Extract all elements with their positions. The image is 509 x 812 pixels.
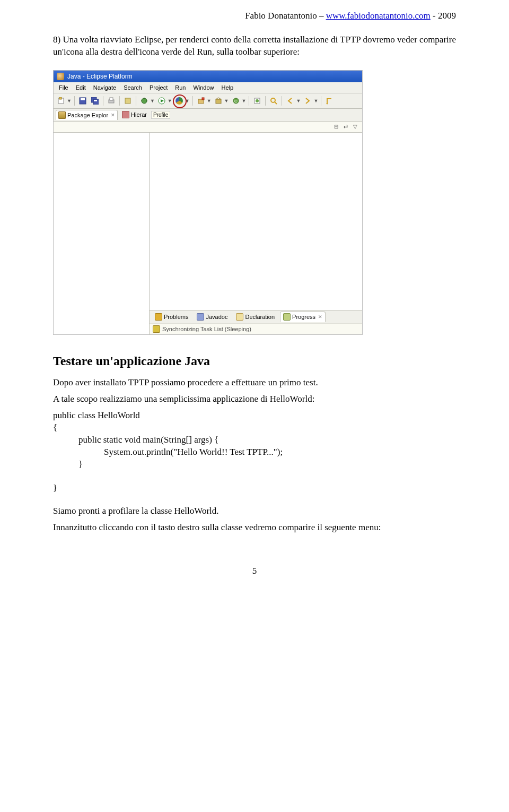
status-text: Synchronizing Task List (Sleeping) [162, 326, 251, 332]
toolbar-separator [321, 96, 321, 106]
profile-button-icon[interactable] [174, 96, 185, 106]
new-class-icon[interactable]: C [231, 96, 241, 106]
code-line: System.out.println("Hello World!! Test T… [53, 447, 283, 457]
menu-navigate[interactable]: Navigate [90, 83, 119, 92]
annotation-next-icon[interactable] [302, 96, 313, 106]
svg-rect-9 [125, 98, 130, 103]
svg-rect-3 [81, 98, 85, 100]
svg-line-24 [275, 102, 277, 104]
code-line: } [53, 483, 57, 493]
caret-down-icon[interactable]: ▼ [313, 98, 318, 103]
svg-point-10 [142, 98, 147, 103]
task-icon [153, 325, 160, 333]
search-icon[interactable] [268, 96, 279, 106]
code-line: { [53, 422, 57, 433]
svg-point-22 [256, 99, 259, 102]
javadoc-tab[interactable]: Javadoc [194, 312, 231, 322]
menu-help[interactable]: Help [218, 83, 237, 92]
profile-tooltip: Profile [151, 111, 170, 119]
code-line: public static void main(String[] args) { [53, 435, 218, 445]
problems-tab[interactable]: Problems [152, 312, 191, 322]
new-package-icon[interactable] [213, 96, 224, 106]
caret-down-icon[interactable]: ▼ [296, 98, 301, 103]
menubar[interactable]: File Edit Navigate Search Project Run Wi… [54, 82, 362, 93]
code-line: } [53, 459, 83, 469]
hierarchy-tab[interactable]: Hierar [120, 110, 149, 119]
caret-down-icon[interactable]: ▼ [150, 98, 155, 103]
tab-label: Declaration [245, 314, 275, 320]
last-edit-icon[interactable] [324, 96, 335, 106]
eclipse-screenshot: Java - Eclipse Platform File Edit Naviga… [53, 70, 363, 335]
save-all-icon[interactable] [90, 96, 100, 106]
svg-rect-8 [110, 98, 113, 100]
menu-run[interactable]: Run [172, 83, 189, 92]
eclipse-app-icon [57, 73, 64, 80]
menu-project[interactable]: Project [146, 83, 171, 92]
link-editor-icon[interactable]: ⇄ [342, 123, 349, 131]
code-block: public class HelloWorld { public static … [53, 410, 456, 495]
problems-icon [155, 313, 162, 321]
view-toolbar: ⊟ ⇄ ▽ [54, 122, 362, 133]
toolbar-separator [265, 96, 266, 106]
view-menu-icon[interactable]: ▽ [352, 123, 359, 131]
save-icon[interactable] [77, 96, 88, 106]
caret-down-icon[interactable]: ▼ [168, 98, 172, 103]
header-year: - 2009 [431, 11, 456, 21]
annotation-prev-icon[interactable] [285, 96, 295, 106]
package-explorer-tab[interactable]: Package Explor ✕ [56, 110, 118, 120]
progress-tab[interactable]: Progress ✕ [280, 312, 326, 322]
menu-edit[interactable]: Edit [73, 83, 89, 92]
collapse-all-icon[interactable]: ⊟ [332, 123, 340, 131]
paragraph-rightclick: Innanzitutto cliccando con il tasto dest… [53, 522, 456, 534]
run-button-icon[interactable] [156, 96, 167, 106]
close-icon[interactable]: ✕ [111, 113, 115, 118]
code-line: public class HelloWorld [53, 410, 140, 420]
caret-down-icon[interactable]: ▼ [242, 98, 247, 103]
declaration-tab[interactable]: Declaration [233, 312, 278, 322]
view-tabs-row: Package Explor ✕ Hierar Profile [54, 109, 362, 122]
caret-down-icon[interactable]: ▼ [67, 98, 72, 103]
section-heading: Testare un'applicazione Java [53, 354, 456, 368]
tooltip-text: Profile [153, 112, 168, 118]
menu-search[interactable]: Search [120, 83, 145, 92]
package-explorer-icon [58, 111, 66, 119]
page-header: Fabio Donatantonio – www.fabiodonatanton… [53, 11, 456, 21]
window-titlebar: Java - Eclipse Platform [54, 71, 362, 82]
tab-label: Package Explor [67, 112, 108, 118]
new-java-project-icon[interactable] [196, 96, 206, 106]
editor-pane: Problems Javadoc Declaration Progress ✕ [150, 133, 362, 334]
tab-label: Problems [164, 314, 188, 320]
declaration-icon [236, 313, 243, 321]
caret-down-icon[interactable]: ▼ [207, 98, 212, 103]
header-link[interactable]: www.fabiodonatantonio.com [326, 11, 431, 21]
page-number: 5 [53, 566, 456, 576]
svg-marker-25 [326, 103, 328, 105]
svg-text:C: C [234, 99, 238, 103]
print-icon[interactable] [106, 96, 117, 106]
hierarchy-icon [122, 111, 129, 118]
menu-window[interactable]: Window [190, 83, 217, 92]
toolbar-separator [103, 96, 103, 106]
editor-area: Problems Javadoc Declaration Progress ✕ [54, 133, 362, 334]
bottom-tabs: Problems Javadoc Declaration Progress ✕ [150, 310, 362, 323]
new-button-icon[interactable] [56, 96, 66, 106]
progress-icon [283, 313, 291, 321]
header-author: Fabio Donatantonio – [245, 11, 326, 21]
paragraph-ready: Siamo pronti a profilare la classe Hello… [53, 505, 456, 517]
main-toolbar: ▼ ▼ ▼ [54, 93, 362, 109]
close-icon[interactable]: ✕ [318, 314, 322, 319]
tab-label: Progress [292, 314, 315, 320]
toolbar-separator [249, 96, 249, 106]
package-explorer-pane[interactable] [54, 133, 150, 334]
toolbar-separator [282, 96, 282, 106]
window-title: Java - Eclipse Platform [67, 73, 133, 80]
menu-file[interactable]: File [56, 83, 72, 92]
caret-down-icon[interactable]: ▼ [224, 98, 229, 103]
tab-label: Hierar [131, 111, 147, 118]
open-type-icon[interactable] [252, 96, 262, 106]
debug-button-icon[interactable] [139, 96, 150, 106]
svg-rect-18 [216, 99, 221, 103]
paragraph-step8: 8) Una volta riavviato Eclipse, per rend… [53, 34, 456, 58]
svg-rect-17 [202, 98, 204, 100]
build-icon[interactable] [122, 96, 133, 106]
